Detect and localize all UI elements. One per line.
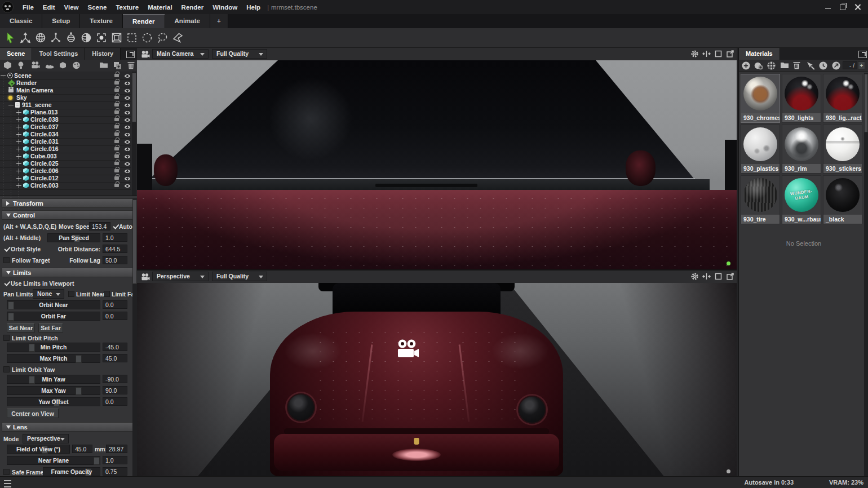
- visibility-icon[interactable]: [125, 184, 130, 188]
- expand-icon[interactable]: [16, 132, 21, 137]
- tree-item[interactable]: Main Camera: [0, 87, 131, 95]
- add-slot-button[interactable]: +: [858, 61, 865, 69]
- max-pitch-value[interactable]: 45.0: [103, 354, 127, 362]
- visibility-icon[interactable]: [125, 155, 130, 158]
- center-on-view-button[interactable]: Center on View: [7, 409, 59, 418]
- popout-viewport-icon[interactable]: [726, 272, 734, 282]
- section-control[interactable]: Control: [2, 210, 135, 220]
- tree-item[interactable]: Cube.003: [0, 153, 131, 161]
- safe-frame-checkbox[interactable]: [3, 469, 10, 475]
- fov-slider[interactable]: Field of View (°): [7, 445, 70, 454]
- tree-item[interactable]: Plane.013: [0, 109, 131, 117]
- delete-icon[interactable]: [127, 61, 136, 69]
- tab-materials[interactable]: Materials: [739, 48, 780, 60]
- pan-speed-value[interactable]: 1.0: [103, 233, 127, 242]
- material-item[interactable]: 930_rim: [782, 125, 821, 174]
- fov-mm-value[interactable]: 28.97: [106, 445, 127, 453]
- limit-near-checkbox[interactable]: [68, 291, 74, 297]
- tree-item[interactable]: Sky: [0, 94, 131, 102]
- lock-icon[interactable]: [114, 81, 119, 85]
- lock-icon[interactable]: [114, 184, 119, 187]
- expand-icon[interactable]: [16, 161, 21, 166]
- material-item[interactable]: WUNDER-BAUM 930_w...rbaum: [782, 175, 821, 224]
- split-view-icon[interactable]: [702, 50, 711, 59]
- orbit-near-value[interactable]: 0.0: [103, 300, 127, 309]
- tree-item[interactable]: Circle.006: [0, 167, 131, 175]
- scrollbar-thumb[interactable]: [132, 73, 136, 122]
- add-light-icon[interactable]: [17, 61, 26, 69]
- visibility-icon[interactable]: [125, 148, 130, 151]
- use-limits-checkmark[interactable]: [4, 280, 10, 286]
- visibility-icon[interactable]: [125, 140, 130, 144]
- max-pitch-slider[interactable]: Max Pitch: [7, 354, 100, 363]
- popout-viewport-icon[interactable]: [726, 50, 734, 59]
- tree-item[interactable]: Circle.003: [0, 182, 131, 190]
- polygon-select-icon[interactable]: [170, 30, 185, 45]
- add-camera-icon[interactable]: [31, 61, 40, 69]
- marquee-ellipse-icon[interactable]: [139, 30, 154, 45]
- tab-scene[interactable]: Scene: [0, 48, 32, 60]
- section-limits[interactable]: Limits: [2, 268, 135, 277]
- tree-item[interactable]: Scene: [0, 72, 131, 80]
- viewport-settings-gear-icon[interactable]: [690, 50, 699, 59]
- visibility-icon[interactable]: [125, 82, 130, 85]
- tree-item[interactable]: Circle.037: [0, 123, 131, 131]
- add-backdrop-icon[interactable]: [59, 61, 68, 69]
- tree-item[interactable]: Circle.016: [0, 145, 131, 153]
- min-pitch-value[interactable]: -45.0: [103, 343, 127, 351]
- limit-orbit-pitch-checkbox[interactable]: [3, 335, 10, 341]
- rotate-icon[interactable]: [33, 30, 48, 45]
- popout-icon[interactable]: [126, 51, 135, 58]
- expand-icon[interactable]: [16, 176, 21, 181]
- viewport-canvas-perspective[interactable]: [137, 283, 737, 477]
- yaw-offset-value[interactable]: 0.0: [103, 397, 127, 406]
- expand-icon[interactable]: [16, 154, 21, 159]
- status-menu-icon[interactable]: [4, 480, 11, 487]
- move-speed-value[interactable]: 153.4: [89, 222, 110, 230]
- collapse-icon[interactable]: [8, 103, 14, 108]
- tree-item[interactable]: Circle.038: [0, 116, 131, 124]
- lock-icon[interactable]: [114, 125, 119, 128]
- visibility-icon[interactable]: [125, 162, 130, 166]
- lock-icon[interactable]: [114, 169, 119, 172]
- lock-icon[interactable]: [114, 140, 119, 143]
- tree-item[interactable]: 911_scene: [0, 101, 131, 109]
- tab-animate[interactable]: Animate: [165, 14, 210, 28]
- restore-button[interactable]: [835, 2, 850, 13]
- tab-setup[interactable]: Setup: [42, 14, 80, 28]
- material-item[interactable]: 930_chromes: [741, 74, 780, 123]
- visibility-icon[interactable]: [125, 104, 130, 107]
- lens-mode-select[interactable]: Perspective: [23, 434, 69, 443]
- visibility-icon[interactable]: [125, 177, 130, 180]
- viewport-quality-select[interactable]: Full Quality: [212, 272, 267, 281]
- material-item[interactable]: 930_lig...raction: [823, 74, 862, 123]
- split-view-icon[interactable]: [702, 272, 711, 282]
- expand-icon[interactable]: [16, 110, 21, 115]
- tab-texture[interactable]: Texture: [80, 14, 123, 28]
- viewport-camera-select[interactable]: Perspective: [152, 272, 209, 281]
- refraction-check-icon[interactable]: [767, 61, 776, 70]
- orbit-near-slider[interactable]: Orbit Near: [7, 300, 100, 309]
- add-tab-button[interactable]: +: [210, 14, 228, 28]
- clone-material-icon[interactable]: [754, 61, 763, 70]
- material-item[interactable]: 930_stickers: [823, 125, 862, 174]
- yaw-offset-slider[interactable]: Yaw Offset: [7, 397, 100, 406]
- lock-icon[interactable]: [114, 176, 119, 180]
- visibility-icon[interactable]: [125, 74, 130, 78]
- close-button[interactable]: [850, 2, 865, 13]
- add-material-icon[interactable]: [742, 61, 751, 70]
- maximize-icon[interactable]: [714, 50, 723, 59]
- scrollbar-thumb[interactable]: [864, 74, 868, 132]
- duplicate-icon[interactable]: [113, 61, 122, 69]
- lock-icon[interactable]: [114, 74, 119, 77]
- expand-icon[interactable]: [16, 147, 21, 152]
- add-mesh-icon[interactable]: [3, 61, 12, 69]
- viewport-quality-select[interactable]: Full Quality: [212, 49, 267, 59]
- menu-file[interactable]: File: [18, 4, 38, 11]
- lock-icon[interactable]: [114, 154, 119, 158]
- pan-speed-slider[interactable]: Pan Speed: [47, 233, 100, 242]
- follow-target-checkbox[interactable]: [3, 257, 10, 263]
- tab-history[interactable]: History: [85, 48, 121, 60]
- orbit-far-slider[interactable]: Orbit Far: [7, 312, 100, 321]
- box-select-icon[interactable]: [109, 30, 124, 45]
